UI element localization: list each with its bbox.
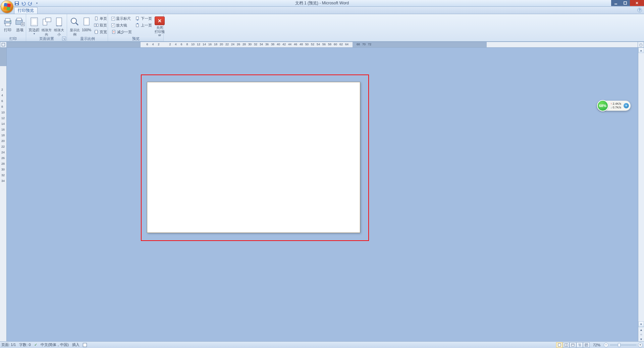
zoom-control: − + bbox=[604, 343, 643, 347]
magnifier-icon bbox=[69, 16, 80, 27]
maximize-button[interactable] bbox=[621, 0, 630, 6]
zoom-out-button[interactable]: − bbox=[604, 343, 608, 347]
qat-dropdown-icon[interactable]: ▾ bbox=[34, 1, 40, 6]
group-label-preview: 预览 bbox=[108, 36, 163, 41]
two-page-button[interactable]: 双页 bbox=[93, 22, 108, 28]
view-print-layout-button[interactable] bbox=[556, 342, 563, 348]
shrink-one-page-button[interactable]: 减少一页 bbox=[110, 29, 133, 35]
show-ruler-checkbox[interactable]: ✓ 显示标尺 bbox=[110, 15, 133, 21]
status-language[interactable]: 中文(简体，中国) bbox=[41, 342, 69, 347]
quick-access-toolbar: ▾ bbox=[14, 0, 40, 6]
ruler-toggle-button[interactable]: ▢ bbox=[638, 42, 644, 48]
view-full-screen-button[interactable] bbox=[563, 342, 570, 348]
svg-rect-22 bbox=[95, 30, 98, 34]
view-draft-button[interactable] bbox=[583, 342, 590, 348]
tab-print-preview[interactable]: 打印预览 bbox=[14, 7, 38, 14]
paper-size-button[interactable]: 纸张大小 ▾ bbox=[53, 15, 65, 36]
scroll-down-button[interactable]: ▾ bbox=[638, 321, 644, 327]
status-words[interactable]: 字数: 0 bbox=[19, 342, 31, 347]
ruler-corner[interactable] bbox=[0, 42, 7, 48]
svg-rect-20 bbox=[94, 24, 96, 27]
close-preview-button[interactable]: 关闭打印预览 bbox=[154, 15, 165, 36]
zoom-slider-thumb[interactable] bbox=[618, 343, 621, 347]
horizontal-ruler[interactable]: 6422468101214161820222426283032343638404… bbox=[7, 42, 638, 48]
proofing-icon[interactable]: ✓ bbox=[34, 343, 37, 347]
redo-icon[interactable] bbox=[28, 1, 33, 6]
view-outline-button[interactable] bbox=[576, 342, 583, 348]
group-page-setup: 页边距 ▾ 纸张方向 ▾ 纸张大小 ▾ 页面设置↘ bbox=[26, 14, 67, 41]
svg-rect-19 bbox=[95, 17, 97, 20]
view-web-layout-button[interactable] bbox=[570, 342, 576, 348]
vertical-scrollbar[interactable]: ▴ ▾ ▴ ○ ▾ bbox=[638, 48, 644, 341]
dialog-launcher-icon[interactable]: ↘ bbox=[62, 37, 66, 41]
svg-rect-7 bbox=[5, 23, 10, 26]
prev-find-button[interactable]: ▴ bbox=[638, 327, 644, 332]
svg-rect-15 bbox=[46, 18, 51, 22]
margins-button[interactable]: 页边距 ▾ bbox=[28, 15, 40, 36]
print-button[interactable]: 打印 bbox=[2, 15, 13, 36]
document-canvas[interactable] bbox=[7, 48, 638, 341]
svg-rect-1 bbox=[15, 2, 18, 3]
next-page-icon bbox=[135, 16, 140, 21]
vertical-ruler[interactable]: 246810121416182022242628303234 bbox=[0, 48, 7, 341]
magnifier-checkbox[interactable]: ✓ 放大镜 bbox=[110, 22, 133, 28]
ribbon: 打印 选项 打印 页边距 ▾ bbox=[0, 14, 644, 42]
svg-point-8 bbox=[10, 21, 10, 22]
window-controls bbox=[611, 0, 644, 6]
document-page bbox=[147, 82, 360, 233]
browse-object-button[interactable]: ○ bbox=[638, 332, 644, 337]
close-preview-icon bbox=[154, 16, 165, 25]
page-width-button[interactable]: 页宽 bbox=[93, 29, 108, 35]
margins-icon bbox=[29, 16, 40, 27]
zoom-percent[interactable]: 72% bbox=[593, 343, 600, 347]
svg-rect-10 bbox=[17, 18, 21, 20]
group-print: 打印 选项 打印 bbox=[0, 14, 26, 41]
ruler-row: 6422468101214161820222426283032343638404… bbox=[0, 42, 644, 48]
page-width-icon bbox=[94, 30, 99, 34]
zoom-100-button[interactable]: 100% bbox=[81, 15, 92, 36]
help-button[interactable]: ? bbox=[637, 8, 642, 12]
network-stats: ↑2.4K/s ↓0.7K/s bbox=[610, 102, 621, 109]
svg-rect-27 bbox=[565, 344, 566, 346]
office-button[interactable] bbox=[1, 0, 13, 13]
status-bar: 页面: 1/1 字数: 0 ✓ 中文(简体，中国) 插入 72% − + bbox=[0, 341, 644, 348]
group-zoom: 显示比例 100% 单页 双页 页宽 bbox=[67, 14, 108, 41]
svg-rect-12 bbox=[31, 18, 38, 26]
next-find-button[interactable]: ▾ bbox=[638, 337, 644, 341]
window-title: 文档 1 (预览) - Microsoft Word bbox=[295, 0, 349, 6]
group-label-print: 打印 bbox=[0, 36, 26, 41]
chevron-down-icon: ▾ bbox=[34, 32, 35, 35]
printer-icon bbox=[2, 16, 13, 27]
ribbon-tabs: 打印预览 ? bbox=[0, 7, 644, 14]
prev-page-icon bbox=[135, 23, 140, 28]
zoom-slider[interactable] bbox=[610, 344, 637, 346]
macro-record-icon[interactable] bbox=[83, 343, 87, 347]
view-buttons bbox=[556, 342, 590, 348]
options-button[interactable]: 选项 bbox=[14, 15, 25, 36]
minimize-button[interactable] bbox=[611, 0, 621, 6]
one-page-button[interactable]: 单页 bbox=[93, 15, 108, 21]
status-page[interactable]: 页面: 1/1 bbox=[1, 342, 16, 347]
two-page-icon bbox=[94, 23, 99, 28]
next-page-button[interactable]: 下一页 bbox=[134, 15, 153, 21]
zoom-button[interactable]: 显示比例 bbox=[69, 15, 80, 36]
size-icon bbox=[54, 16, 64, 27]
network-monitor-widget[interactable]: 68% ↑2.4K/s ↓0.7K/s + bbox=[597, 101, 631, 111]
svg-rect-16 bbox=[56, 18, 62, 26]
page-icon bbox=[81, 16, 92, 27]
undo-icon[interactable] bbox=[21, 1, 26, 6]
scroll-track[interactable] bbox=[638, 53, 644, 321]
close-window-button[interactable] bbox=[630, 0, 644, 6]
title-bar: ▾ 文档 1 (预览) - Microsoft Word bbox=[0, 0, 644, 7]
content-area: 246810121416182022242628303234 ▴ ▾ ▴ ○ ▾ bbox=[0, 48, 644, 341]
prev-page-button[interactable]: 上一页 bbox=[134, 22, 153, 28]
scroll-up-button[interactable]: ▴ bbox=[638, 48, 644, 53]
orientation-button[interactable]: 纸张方向 ▾ bbox=[41, 15, 52, 36]
status-insert-mode[interactable]: 插入 bbox=[72, 342, 79, 347]
zoom-in-button[interactable]: + bbox=[638, 343, 643, 347]
upload-arrow-icon: ↑ bbox=[610, 102, 612, 106]
svg-rect-3 bbox=[614, 4, 617, 4]
widget-expand-button[interactable]: + bbox=[623, 103, 629, 109]
shrink-icon bbox=[111, 30, 116, 34]
save-icon[interactable] bbox=[14, 1, 19, 6]
